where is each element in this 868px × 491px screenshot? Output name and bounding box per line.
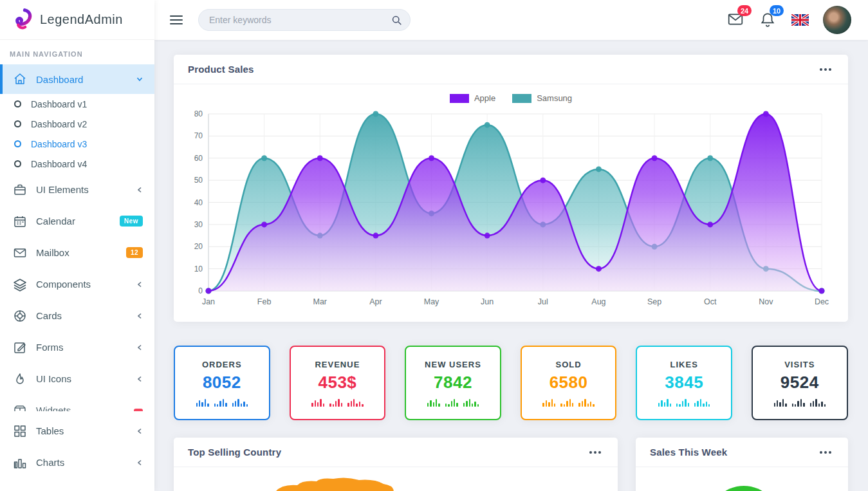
chevron-left-icon bbox=[136, 344, 143, 351]
chevron-left-icon bbox=[136, 281, 143, 288]
svg-text:Dec: Dec bbox=[815, 297, 829, 306]
envelope-icon bbox=[13, 246, 27, 260]
sidebar-item-tables[interactable]: Tables bbox=[0, 415, 154, 447]
sidebar-item-label: Calendar bbox=[36, 216, 75, 227]
stat-card-revenue[interactable]: REVENUE 453$ bbox=[290, 346, 386, 420]
stat-card-orders[interactable]: ORDERS 8052 bbox=[174, 346, 270, 420]
sidebar-item-cards[interactable]: Cards bbox=[0, 300, 154, 331]
chevron-left-icon bbox=[136, 313, 143, 319]
notifications-button[interactable]: 10 bbox=[759, 11, 777, 29]
mailbox-badge: 12 bbox=[126, 247, 143, 258]
legend-swatch-icon bbox=[450, 94, 469, 103]
chevron-left-icon bbox=[136, 428, 143, 434]
sidebar-item-widgets[interactable]: Widgets bbox=[0, 394, 154, 411]
legend-swatch-icon bbox=[512, 94, 531, 103]
mail-count-badge: 24 bbox=[737, 5, 752, 16]
notification-count-badge: 10 bbox=[770, 5, 784, 16]
svg-text:Jan: Jan bbox=[202, 297, 215, 306]
product-sales-title: Product Sales bbox=[188, 64, 254, 75]
stat-sparkline-icon bbox=[542, 398, 594, 407]
legend-item-apple[interactable]: Apple bbox=[450, 93, 495, 103]
sidebar-item-calendar[interactable]: CalendarNew bbox=[0, 205, 154, 237]
top-selling-country-card: Top Selling Country bbox=[174, 438, 618, 491]
stat-card-likes[interactable]: LIKES 3845 bbox=[636, 346, 732, 420]
sidebar-item-ui-elements[interactable]: UI Elements bbox=[0, 174, 154, 205]
product-sales-chart: 01020304050607080JanFebMarAprMayJunJulAu… bbox=[174, 104, 848, 314]
stat-title: NEW USERS bbox=[425, 360, 481, 369]
top-bar: 24 10 bbox=[154, 0, 868, 40]
bullet-ring-icon bbox=[14, 140, 21, 147]
stat-sparkline-icon bbox=[196, 398, 248, 407]
grid-icon bbox=[13, 424, 27, 438]
chevron-left-icon bbox=[136, 187, 143, 193]
menu-toggle-icon[interactable] bbox=[170, 13, 183, 27]
svg-text:Aug: Aug bbox=[591, 297, 605, 306]
stat-title: LIKES bbox=[670, 360, 698, 369]
bullet-ring-icon bbox=[14, 100, 21, 107]
sidebar-item-label: Widgets bbox=[36, 405, 71, 411]
sales-this-week-title: Sales This Week bbox=[650, 447, 727, 458]
sidebar-subitem-dashboard-v1[interactable]: Dashboard v1 bbox=[0, 94, 154, 114]
sidebar-item-label: UI Elements bbox=[36, 184, 89, 195]
stat-card-new-users[interactable]: NEW USERS 7842 bbox=[405, 346, 501, 420]
svg-text:10: 10 bbox=[194, 264, 203, 273]
product-sales-card: Product Sales Apple Samsung 010203040506… bbox=[174, 55, 848, 322]
sales-this-week-menu-icon[interactable] bbox=[817, 449, 834, 456]
brand[interactable]: LegendAdmin bbox=[0, 0, 154, 40]
search-box[interactable] bbox=[198, 9, 411, 31]
sales-this-week-card: Sales This Week bbox=[636, 438, 848, 491]
messages-button[interactable]: 24 bbox=[727, 11, 745, 29]
briefcase-icon bbox=[13, 183, 27, 197]
svg-text:Jun: Jun bbox=[481, 297, 494, 306]
chevron-left-icon bbox=[136, 376, 143, 382]
calendar-icon bbox=[13, 214, 27, 228]
search-icon[interactable] bbox=[391, 15, 402, 26]
svg-text:60: 60 bbox=[194, 154, 203, 163]
stat-title: VISITS bbox=[784, 360, 815, 369]
sidebar-subitem-dashboard-v3[interactable]: Dashboard v3 bbox=[0, 134, 154, 154]
svg-text:20: 20 bbox=[194, 242, 203, 251]
sidebar-item-label: Charts bbox=[36, 457, 64, 468]
svg-text:30: 30 bbox=[194, 220, 203, 229]
sidebar-item-label: Dashboard bbox=[36, 74, 83, 85]
layers-icon bbox=[13, 277, 27, 292]
chart-legend: Apple Samsung bbox=[174, 93, 848, 103]
sidebar-item-label: Components bbox=[36, 279, 91, 290]
world-map[interactable] bbox=[174, 467, 618, 491]
svg-text:Sep: Sep bbox=[647, 297, 661, 306]
sidebar-item-charts[interactable]: Charts bbox=[0, 447, 154, 478]
sidebar-item-label: Forms bbox=[36, 342, 64, 353]
sidebar-subitem-dashboard-v4[interactable]: Dashboard v4 bbox=[0, 154, 154, 174]
product-sales-menu-icon[interactable] bbox=[817, 66, 834, 73]
sidebar-item-forms[interactable]: Forms bbox=[0, 331, 154, 363]
stat-sparkline-icon bbox=[311, 398, 363, 407]
bar-chart-icon bbox=[13, 456, 27, 470]
sidebar-item-components[interactable]: Components bbox=[0, 268, 154, 300]
top-selling-country-menu-icon[interactable] bbox=[587, 449, 604, 456]
main-content: Product Sales Apple Samsung 010203040506… bbox=[154, 40, 868, 491]
stat-value: 7842 bbox=[434, 373, 472, 393]
svg-text:Oct: Oct bbox=[704, 297, 717, 306]
stat-card-visits[interactable]: VISITS 9524 bbox=[752, 346, 848, 420]
sidebar-item-label: Mailbox bbox=[36, 247, 69, 258]
uk-flag-icon[interactable] bbox=[791, 14, 809, 26]
sidebar-subitem-dashboard-v2[interactable]: Dashboard v2 bbox=[0, 114, 154, 134]
world-map-top-fragment bbox=[174, 467, 618, 491]
svg-text:80: 80 bbox=[194, 109, 203, 118]
flame-icon bbox=[13, 372, 27, 386]
stat-value: 8052 bbox=[203, 373, 241, 393]
svg-text:0: 0 bbox=[198, 286, 203, 295]
calendar-badge: New bbox=[120, 216, 143, 227]
legend-item-samsung[interactable]: Samsung bbox=[512, 93, 572, 103]
edit-icon bbox=[13, 340, 27, 355]
stat-cards-row: ORDERS 8052 REVENUE 453$ NEW USERS 7842 … bbox=[174, 346, 848, 420]
weekly-sales-chart[interactable] bbox=[636, 467, 848, 491]
search-input[interactable] bbox=[209, 15, 391, 25]
stat-title: ORDERS bbox=[202, 360, 242, 369]
sidebar-item-mailbox[interactable]: Mailbox12 bbox=[0, 237, 154, 268]
sidebar-item-label: UI Icons bbox=[36, 373, 71, 384]
user-avatar[interactable] bbox=[823, 6, 851, 34]
sidebar-item-dashboard[interactable]: Dashboard bbox=[0, 64, 154, 94]
stat-card-sold[interactable]: SOLD 6580 bbox=[521, 346, 617, 420]
sidebar-item-ui-icons[interactable]: UI Icons bbox=[0, 363, 154, 394]
